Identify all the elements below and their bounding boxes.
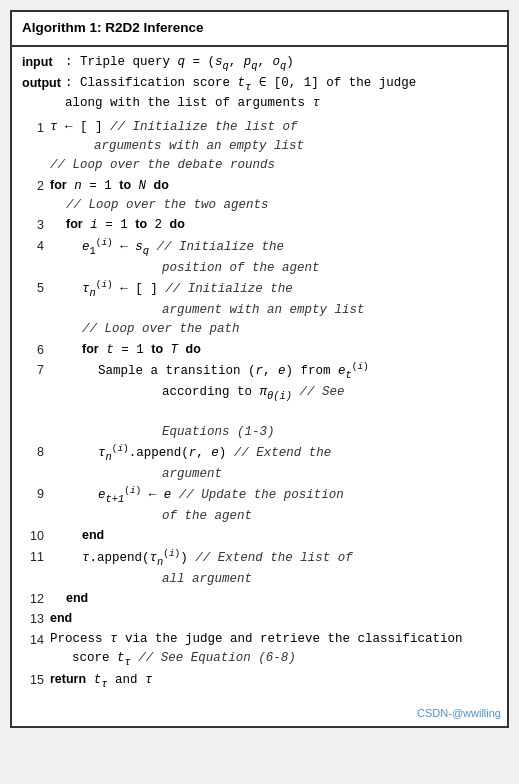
- line-5-content: τn(i) ← [ ] // Initialize the argument w…: [82, 278, 497, 320]
- line-4: 4 e1(i) ← sq // Initialize the position …: [22, 236, 497, 278]
- line-2: 2 for n = 1 to N do: [22, 176, 497, 196]
- line-13-content: end: [50, 609, 497, 629]
- line-num-15: 15: [22, 670, 44, 690]
- comment-loop-debate: // Loop over the debate rounds: [22, 156, 497, 175]
- line-8-content: τn(i).append(r, e) // Extend the argumen…: [98, 442, 497, 484]
- line-15-content: return tτ and τ: [50, 670, 497, 692]
- input-content: : Triple query q = (sq, pq, oq): [65, 53, 497, 74]
- line-7: 7 Sample a transition (r, e) from et(i) …: [22, 360, 497, 442]
- line-num-14: 14: [22, 630, 44, 650]
- line-3-content: for i = 1 to 2 do: [66, 215, 497, 235]
- line-num-3: 3: [22, 215, 44, 235]
- line-3: 3 for i = 1 to 2 do: [22, 215, 497, 235]
- comment-path: // Loop over the path: [22, 320, 497, 339]
- line-num-blank-1: [22, 156, 44, 157]
- line-num-8: 8: [22, 442, 44, 462]
- algorithm-label: Algorithm 1: R2D2 Inference: [22, 20, 204, 35]
- line-9: 9 et+1(i) ← e // Update the position of …: [22, 484, 497, 526]
- line-1-content: τ ← [ ] // Initialize the list of argume…: [50, 118, 497, 157]
- line-num-5: 5: [22, 278, 44, 298]
- line-8: 8 τn(i).append(r, e) // Extend the argum…: [22, 442, 497, 484]
- output-label: output: [22, 74, 61, 93]
- line-num-7: 7: [22, 360, 44, 380]
- line-num-1: 1: [22, 118, 44, 138]
- line-num-blank-3: [22, 320, 44, 321]
- comment-agents: // Loop over the two agents: [22, 196, 497, 215]
- line-num-12: 12: [22, 589, 44, 609]
- line-6: 6 for t = 1 to T do: [22, 340, 497, 360]
- output-content: : Classification score tτ ∈ [0, 1] of th…: [65, 74, 497, 114]
- line-num-6: 6: [22, 340, 44, 360]
- line-num-11: 11: [22, 547, 44, 567]
- line-7-content: Sample a transition (r, e) from et(i) ac…: [98, 360, 497, 442]
- line-num-9: 9: [22, 484, 44, 504]
- line-num-13: 13: [22, 609, 44, 629]
- algorithm-header: Algorithm 1: R2D2 Inference: [12, 12, 507, 47]
- watermark: CSDN-@wwilling: [12, 701, 507, 726]
- line-10: 10 end: [22, 526, 497, 546]
- line-6-content: for t = 1 to T do: [82, 340, 497, 360]
- line-12: 12 end: [22, 589, 497, 609]
- line-11-content: τ.append(τn(i)) // Extend the list of al…: [82, 547, 497, 589]
- line-10-content: end: [82, 526, 497, 546]
- comment-agents-content: // Loop over the two agents: [66, 196, 497, 215]
- line-4-content: e1(i) ← sq // Initialize the position of…: [82, 236, 497, 278]
- line-num-4: 4: [22, 236, 44, 256]
- line-1: 1 τ ← [ ] // Initialize the list of argu…: [22, 118, 497, 157]
- line-13: 13 end: [22, 609, 497, 629]
- line-2-content: for n = 1 to N do: [50, 176, 497, 196]
- line-9-content: et+1(i) ← e // Update the position of th…: [98, 484, 497, 526]
- line-num-blank-2: [22, 196, 44, 197]
- input-label: input: [22, 53, 61, 72]
- line-num-10: 10: [22, 526, 44, 546]
- line-11: 11 τ.append(τn(i)) // Extend the list of…: [22, 547, 497, 589]
- comment-debate-content: // Loop over the debate rounds: [50, 156, 497, 175]
- algorithm-container: Algorithm 1: R2D2 Inference input : Trip…: [10, 10, 509, 728]
- line-14-content: Process τ via the judge and retrieve the…: [50, 630, 497, 670]
- line-num-2: 2: [22, 176, 44, 196]
- algorithm-body: input : Triple query q = (sq, pq, oq) ou…: [12, 47, 507, 701]
- input-output-section: input : Triple query q = (sq, pq, oq) ou…: [22, 53, 497, 114]
- line-5: 5 τn(i) ← [ ] // Initialize the argument…: [22, 278, 497, 320]
- line-12-content: end: [66, 589, 497, 609]
- line-14: 14 Process τ via the judge and retrieve …: [22, 630, 497, 670]
- line-15: 15 return tτ and τ: [22, 670, 497, 692]
- comment-path-content: // Loop over the path: [82, 320, 497, 339]
